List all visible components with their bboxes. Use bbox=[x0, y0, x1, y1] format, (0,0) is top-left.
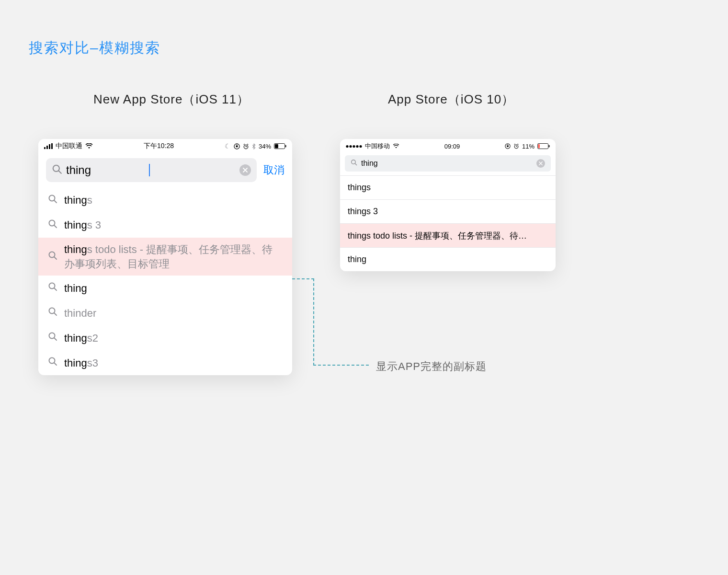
search-query-text: thing bbox=[66, 163, 148, 177]
search-icon bbox=[351, 159, 357, 168]
svg-rect-0 bbox=[44, 147, 46, 149]
svg-point-36 bbox=[359, 145, 362, 147]
search-field[interactable]: thing bbox=[46, 158, 257, 182]
svg-point-34 bbox=[353, 145, 355, 147]
suggestion-item[interactable]: thing bbox=[340, 247, 556, 271]
search-icon bbox=[52, 164, 62, 176]
battery-percent: 11% bbox=[522, 143, 535, 150]
svg-rect-38 bbox=[507, 146, 508, 147]
suggestion-item[interactable]: thinder bbox=[38, 300, 292, 325]
bluetooth-icon bbox=[252, 143, 256, 150]
suggestion-text: things3 bbox=[64, 351, 98, 375]
svg-line-25 bbox=[54, 288, 57, 291]
search-row: thing 取消 bbox=[38, 153, 292, 188]
phone-ios10: 中国移动 09:09 11% thing bbox=[340, 139, 556, 271]
svg-line-43 bbox=[518, 144, 519, 144]
search-icon bbox=[48, 219, 57, 231]
svg-line-31 bbox=[54, 363, 57, 366]
lock-rotation-icon bbox=[505, 143, 511, 149]
svg-rect-5 bbox=[236, 146, 238, 147]
svg-rect-45 bbox=[538, 144, 540, 148]
svg-line-9 bbox=[244, 144, 245, 144]
battery-icon bbox=[537, 143, 550, 149]
phone-ios11: 中国联通 下午10:28 ☾ 34% bbox=[38, 139, 292, 375]
suggestion-text: things bbox=[348, 183, 548, 193]
search-icon bbox=[48, 332, 57, 344]
search-icon bbox=[48, 194, 57, 207]
svg-rect-3 bbox=[51, 143, 53, 149]
carrier-label: 中国联通 bbox=[56, 142, 82, 150]
text-caret bbox=[149, 164, 150, 176]
annotation-connector bbox=[313, 365, 369, 366]
suggestion-item[interactable]: thing bbox=[38, 276, 292, 300]
suggestion-item[interactable]: things 3 bbox=[340, 199, 556, 223]
carrier-label: 中国移动 bbox=[365, 142, 390, 150]
status-bar: 中国移动 09:09 11% bbox=[340, 139, 556, 153]
search-icon bbox=[48, 356, 57, 369]
suggestion-item[interactable]: things 3 bbox=[38, 213, 292, 238]
svg-rect-12 bbox=[275, 144, 278, 148]
svg-rect-13 bbox=[285, 145, 286, 148]
suggestion-item[interactable]: things todo lists - 提醒事项、任务管理器、待… bbox=[340, 223, 556, 247]
lock-rotation-icon bbox=[234, 143, 240, 150]
suggestion-text: thinder bbox=[64, 301, 96, 325]
signal-icon bbox=[346, 145, 362, 148]
svg-point-35 bbox=[356, 145, 358, 147]
wifi-icon bbox=[85, 143, 93, 149]
signal-icon bbox=[44, 143, 53, 149]
search-row: thing bbox=[340, 153, 556, 175]
suggestion-text: things bbox=[64, 188, 92, 212]
battery-percent: 34% bbox=[259, 143, 271, 150]
svg-line-23 bbox=[54, 257, 57, 259]
suggestion-text: things2 bbox=[64, 326, 98, 350]
suggestion-text: things todo lists - 提醒事项、任务管理器、待… bbox=[348, 230, 548, 242]
wifi-icon bbox=[393, 144, 399, 149]
annotation-connector bbox=[292, 278, 314, 279]
annotation-connector bbox=[313, 278, 314, 366]
suggestion-text: things 3 bbox=[64, 213, 101, 237]
suggestion-item[interactable]: things3 bbox=[38, 350, 292, 375]
search-field[interactable]: thing bbox=[345, 155, 551, 172]
search-icon bbox=[48, 282, 57, 294]
svg-rect-46 bbox=[549, 145, 550, 148]
status-time: 下午10:28 bbox=[93, 142, 225, 150]
suggestion-list: thingsthings 3things todo lists - 提醒事项、任… bbox=[38, 188, 292, 375]
svg-line-19 bbox=[54, 200, 57, 203]
battery-icon bbox=[274, 143, 286, 149]
suggestion-text: things todo lists - 提醒事项、任务管理器、待办事项列表、目标… bbox=[64, 238, 283, 276]
svg-line-27 bbox=[54, 313, 57, 316]
alarm-icon bbox=[513, 143, 519, 149]
svg-line-48 bbox=[355, 163, 356, 165]
page-title: 搜索对比–模糊搜索 bbox=[29, 38, 160, 58]
svg-line-15 bbox=[59, 171, 61, 173]
suggestion-item[interactable]: things bbox=[340, 175, 556, 199]
suggestion-item[interactable]: things bbox=[38, 188, 292, 213]
column-heading-ios10: App Store（iOS 10） bbox=[388, 91, 514, 108]
suggestion-text: thing bbox=[348, 254, 548, 264]
svg-point-32 bbox=[346, 145, 348, 147]
cancel-button[interactable]: 取消 bbox=[263, 163, 284, 177]
suggestion-text: thing bbox=[64, 276, 87, 300]
search-icon bbox=[48, 251, 57, 263]
svg-point-33 bbox=[349, 145, 352, 147]
svg-rect-2 bbox=[49, 144, 50, 149]
clear-icon[interactable] bbox=[239, 164, 251, 176]
annotation-label: 显示APP完整的副标题 bbox=[376, 359, 487, 374]
svg-line-29 bbox=[54, 338, 57, 341]
suggestion-item[interactable]: things todo lists - 提醒事项、任务管理器、待办事项列表、目标… bbox=[38, 238, 292, 276]
svg-line-42 bbox=[514, 144, 515, 144]
svg-rect-1 bbox=[46, 146, 48, 149]
suggestion-item[interactable]: things2 bbox=[38, 325, 292, 350]
clear-icon[interactable] bbox=[536, 159, 545, 168]
suggestion-list: thingsthings 3things todo lists - 提醒事项、任… bbox=[340, 175, 556, 271]
svg-line-21 bbox=[54, 225, 57, 228]
column-heading-ios11: New App Store（iOS 11） bbox=[93, 91, 250, 108]
alarm-icon bbox=[243, 143, 249, 150]
suggestion-text: things 3 bbox=[348, 207, 548, 217]
status-bar: 中国联通 下午10:28 ☾ 34% bbox=[38, 139, 292, 153]
search-icon bbox=[48, 307, 57, 319]
status-time: 09:09 bbox=[399, 143, 505, 150]
search-query-text: thing bbox=[361, 159, 445, 168]
svg-line-10 bbox=[247, 144, 248, 144]
moon-icon: ☾ bbox=[225, 142, 231, 150]
